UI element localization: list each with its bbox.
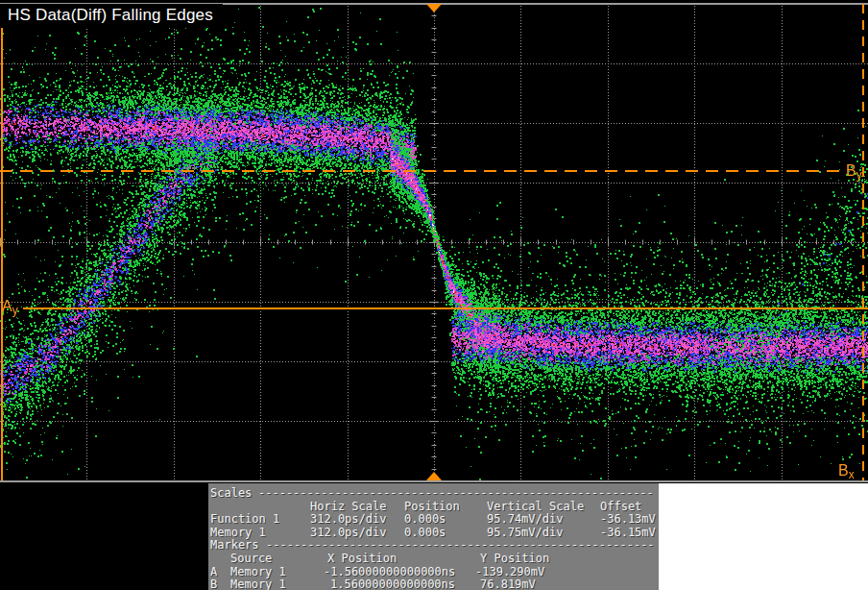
marker-x-position: 1.56000000000000ns	[330, 578, 455, 590]
scales-header-row: Horiz Scale Position Vertical Scale Offs…	[208, 500, 659, 513]
vertical-scale-value: 95.74mV/div	[487, 512, 563, 526]
position-value: 0.000s	[404, 512, 446, 526]
marker-id: A	[210, 565, 217, 578]
marker-id: B	[210, 578, 217, 590]
col-header-vertical-scale: Vertical Scale	[487, 500, 584, 513]
marker-bx-line[interactable]	[862, 4, 864, 480]
offset-value: -36.15mV	[600, 526, 656, 539]
source-name: Memory 1	[210, 526, 266, 539]
col-header-offset: Offset	[600, 500, 641, 513]
horiz-scale-value: 312.0ps/div	[310, 512, 386, 526]
col-header-x-position: X Position	[327, 552, 397, 565]
bottom-strip: Scales ---------------------------------…	[0, 483, 868, 590]
page-title: HS Data(Diff) Falling Edges	[0, 4, 223, 28]
col-header-position: Position	[404, 500, 460, 513]
markers-section-dashes: ----------------------------------------…	[266, 538, 655, 552]
marker-by-label[interactable]: By	[846, 163, 862, 181]
marker-y-position: -139.290mV	[475, 565, 544, 578]
marker-source: Memory 1	[230, 578, 286, 590]
table-row: A Memory 1 -1.56000000000000ns -139.290m…	[208, 565, 659, 578]
table-row: B Memory 1 1.56000000000000ns 76.819mV	[208, 578, 659, 590]
marker-ay-line[interactable]	[23, 307, 868, 309]
markers-section-row: Markers --------------------------------…	[208, 538, 659, 552]
markers-header-row: Source X Position Y Position	[208, 552, 659, 565]
marker-y-position: 76.819mV	[480, 578, 536, 590]
source-name: Function 1	[210, 512, 279, 526]
marker-x-position: -1.56000000000000ns	[324, 565, 455, 578]
scales-section-title: Scales	[210, 486, 252, 500]
scales-markers-panel: Scales ---------------------------------…	[208, 483, 659, 590]
waveform-display	[0, 0, 868, 483]
col-header-source: Source	[230, 552, 272, 565]
table-row: Function 1 312.0ps/div 0.000s 95.74mV/di…	[208, 512, 659, 526]
marker-by-line[interactable]	[0, 170, 843, 172]
marker-source: Memory 1	[230, 565, 286, 578]
marker-ax-line[interactable]	[1, 4, 3, 480]
position-value: 0.000s	[404, 526, 446, 539]
marker-bx-label[interactable]: Bx	[838, 463, 855, 480]
col-header-y-position: Y Position	[480, 552, 549, 565]
offset-value: -36.13mV	[600, 512, 656, 526]
scales-section-row: Scales ---------------------------------…	[208, 486, 659, 500]
marker-ay-label[interactable]: Ay	[2, 299, 18, 316]
scales-section-dashes: ----------------------------------------…	[258, 486, 654, 500]
bottom-center-marker-icon[interactable]	[426, 472, 442, 480]
table-row: Memory 1 312.0ps/div 0.000s 95.75mV/div …	[208, 526, 659, 539]
horiz-scale-value: 312.0ps/div	[310, 526, 386, 539]
markers-section-title: Markers	[210, 538, 259, 552]
vertical-scale-value: 95.75mV/div	[487, 526, 563, 539]
oscilloscope-screen: HS Data(Diff) Falling Edges Ay By Bx Sca…	[0, 0, 868, 590]
waveform-plot-area: HS Data(Diff) Falling Edges Ay By Bx	[0, 0, 868, 483]
top-center-marker-icon[interactable]	[426, 4, 442, 12]
bottom-right-blank-area	[659, 483, 868, 590]
col-header-horiz-scale: Horiz Scale	[310, 500, 386, 513]
